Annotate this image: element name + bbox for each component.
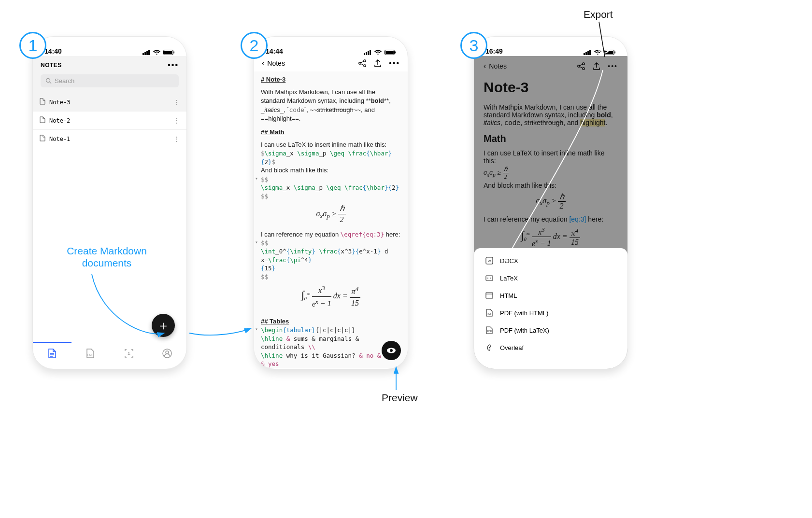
md-latex-block-open: $$	[261, 239, 401, 248]
search-input[interactable]: Search	[41, 74, 179, 87]
export-latex[interactable]: LaTeX	[474, 269, 627, 287]
phone-preview-export: 16:49 ‹ Notes ••• Note-3 With Mathpix Ma…	[473, 36, 628, 369]
scan-icon: Σ	[124, 348, 134, 359]
status-icons	[142, 50, 175, 55]
svg-text:PDF: PDF	[487, 330, 492, 333]
tab-pdf[interactable]: PDF	[71, 342, 110, 364]
svg-rect-16	[370, 50, 371, 55]
export-label: Overleaf	[500, 344, 524, 351]
md-latex-tabular: \hline why is it Gaussian? & no & yes & …	[261, 351, 401, 368]
export-icon[interactable]	[373, 59, 382, 68]
md-latex-block: {15}	[261, 264, 401, 273]
pdf-icon: PDF	[485, 326, 493, 334]
svg-point-26	[390, 349, 393, 352]
svg-rect-41	[486, 276, 493, 280]
phone-notes-list: 14:40 NOTES ••• Search Note-3 ⋮	[32, 36, 187, 369]
svg-rect-30	[589, 50, 591, 55]
md-text: With Mathpix Markdown, I can use all the	[261, 88, 401, 97]
pdf-icon: PDF	[485, 309, 493, 317]
html-icon	[485, 292, 493, 299]
math-render: σxσp ≥ ℏ2	[261, 200, 401, 230]
status-icons	[364, 50, 396, 55]
svg-text:PDF: PDF	[487, 312, 492, 315]
export-pdf-latex[interactable]: PDFPDF (with LaTeX)	[474, 322, 627, 339]
export-overleaf[interactable]: Overleaf	[474, 339, 627, 356]
svg-rect-15	[368, 51, 369, 55]
export-label: PDF (with HTML)	[500, 309, 548, 317]
md-latex-block: \sigma_x \sigma_p \geq \frac{\hbar}{2}	[261, 183, 401, 192]
svg-rect-44	[486, 293, 493, 298]
phone-editor: 14:44 ‹ Notes ••• # Note-3 With Mathpix …	[254, 36, 408, 369]
svg-rect-5	[164, 51, 172, 54]
markdown-editor[interactable]: # Note-3 With Mathpix Markdown, I can us…	[254, 71, 408, 368]
note-name: Note-2	[49, 117, 174, 124]
svg-rect-18	[385, 51, 394, 54]
create-note-button[interactable]: ＋	[152, 314, 175, 337]
search-icon	[45, 78, 52, 84]
md-text: And block math like this:	[261, 166, 401, 175]
svg-text:PDF: PDF	[87, 353, 93, 356]
back-label[interactable]: Notes	[267, 59, 356, 67]
notes-title: NOTES	[41, 62, 62, 69]
md-text: standard Markdown syntax, including **bo…	[261, 97, 401, 105]
note-row[interactable]: Note-3 ⋮	[33, 93, 186, 112]
export-sheet: WDOCX LaTeX HTML PDFPDF (with HTML) PDFP…	[474, 248, 627, 369]
export-label: HTML	[500, 292, 517, 299]
svg-rect-14	[366, 52, 367, 55]
svg-rect-1	[144, 52, 146, 55]
latex-icon	[485, 274, 493, 282]
search-placeholder: Search	[55, 77, 74, 84]
tab-scan[interactable]: Σ	[110, 342, 148, 364]
note-row[interactable]: Note-2 ⋮	[33, 112, 186, 130]
note-row[interactable]: Note-1 ⋮	[33, 130, 186, 148]
md-latex-block-close: $$	[261, 273, 401, 281]
document-icon	[40, 116, 45, 125]
export-label: PDF (with LaTeX)	[500, 327, 549, 334]
svg-rect-28	[585, 52, 587, 55]
export-pdf-html[interactable]: PDFPDF (with HTML)	[474, 304, 627, 322]
md-latex-tabular: \hline & sums & marginals & conditionals…	[261, 335, 401, 351]
svg-text:W: W	[488, 259, 491, 263]
note-name: Note-1	[49, 136, 174, 142]
docx-icon: W	[485, 257, 493, 265]
tab-profile[interactable]	[148, 342, 187, 364]
svg-rect-13	[364, 53, 365, 55]
svg-point-43	[490, 278, 491, 279]
md-heading: ## Math	[261, 128, 401, 137]
step-1-badge: 1	[19, 32, 46, 59]
back-button[interactable]: ‹	[262, 59, 264, 68]
row-more-button[interactable]: ⋮	[174, 99, 180, 106]
export-html[interactable]: HTML	[474, 287, 627, 304]
svg-point-21	[364, 60, 366, 62]
preview-button[interactable]	[382, 341, 401, 360]
profile-icon	[162, 348, 172, 359]
document-icon	[40, 98, 45, 106]
step-3-badge: 3	[460, 32, 487, 59]
svg-line-8	[50, 82, 52, 84]
tab-bar: PDF Σ	[33, 342, 186, 364]
svg-rect-0	[142, 53, 144, 55]
document-icon	[40, 135, 45, 143]
svg-rect-29	[587, 51, 589, 55]
note-name: Note-3	[49, 99, 174, 106]
callout-create: Create Markdown documents	[56, 245, 157, 269]
more-button[interactable]: •••	[168, 61, 179, 70]
more-button[interactable]: •••	[389, 59, 400, 68]
share-icon[interactable]	[358, 59, 367, 68]
svg-point-42	[487, 278, 488, 279]
eye-icon	[386, 345, 397, 356]
callout-preview: Preview	[382, 392, 418, 404]
svg-line-23	[361, 61, 364, 63]
export-docx[interactable]: WDOCX	[474, 252, 627, 269]
row-more-button[interactable]: ⋮	[174, 136, 180, 142]
svg-rect-3	[148, 50, 150, 55]
md-latex-tabular: \begin{tabular}{|c|c|c|c|}	[261, 326, 401, 335]
svg-text:Σ: Σ	[128, 351, 130, 356]
md-heading: # Note-3	[261, 75, 401, 84]
svg-line-24	[361, 64, 364, 65]
tab-documents[interactable]	[33, 342, 71, 364]
export-highlight	[598, 41, 610, 54]
svg-rect-33	[615, 52, 616, 54]
row-more-button[interactable]: ⋮	[174, 117, 180, 124]
clock: 14:44	[266, 47, 283, 55]
